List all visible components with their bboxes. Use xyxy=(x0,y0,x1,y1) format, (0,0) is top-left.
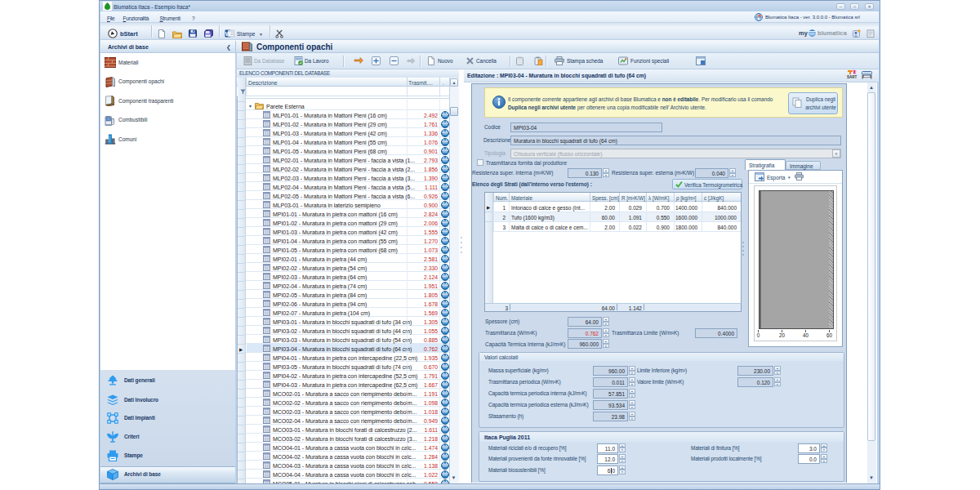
svg-text:SART: SART xyxy=(847,75,858,79)
svg-text:W: W xyxy=(225,30,232,38)
